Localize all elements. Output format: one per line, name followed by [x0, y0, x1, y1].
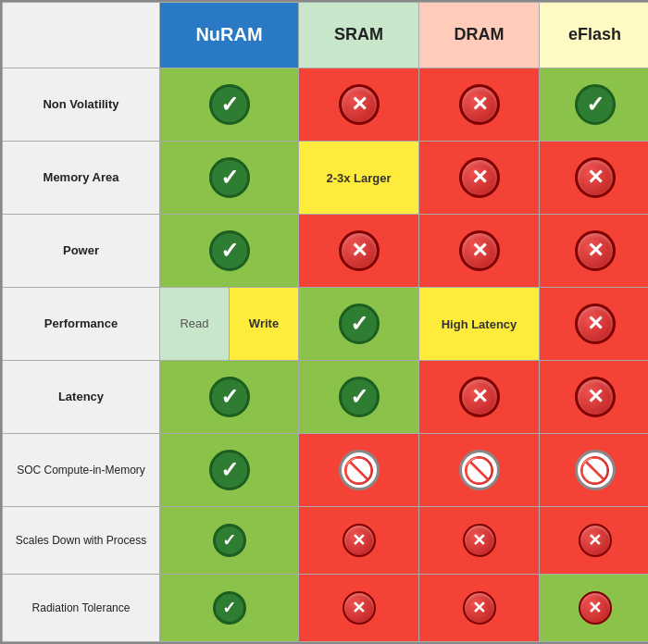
- eflash-scales: ✕: [540, 507, 649, 575]
- x-icon: ✕: [459, 230, 500, 271]
- eflash-memory-area: ✕: [540, 141, 649, 214]
- row-memory-area: Memory Area ✓ 2-3x Larger ✕ ✕: [3, 141, 649, 214]
- eflash-soc: 🚫: [540, 434, 649, 507]
- label-latency: Latency: [3, 360, 160, 433]
- comparison-table: NuRAM SRAM DRAM eFlash Non Volatility ✓ …: [0, 0, 648, 644]
- sram-non-volatility: ✕: [299, 68, 419, 141]
- x-icon: ✕: [575, 303, 616, 344]
- x-icon: ✕: [579, 591, 612, 625]
- nuram-soc: ✓: [160, 434, 299, 507]
- eflash-non-volatility: ✓: [540, 68, 649, 141]
- x-icon: ✕: [459, 84, 500, 125]
- x-icon: ✕: [339, 230, 380, 271]
- no-icon: 🚫: [339, 450, 380, 490]
- x-icon: ✕: [579, 524, 612, 557]
- row-radiation: Radiation Tolerance ✓ ✕ ✕ ✕: [3, 574, 649, 641]
- header-label: [3, 3, 160, 68]
- label-memory-area: Memory Area: [3, 141, 160, 214]
- x-icon: ✕: [343, 591, 376, 625]
- check-icon: ✓: [209, 377, 250, 417]
- dram-non-volatility: ✕: [419, 68, 540, 141]
- check-icon: ✓: [339, 303, 380, 344]
- sram-performance: ✓: [299, 287, 419, 360]
- x-icon: ✕: [459, 157, 500, 198]
- sram-power: ✕: [299, 214, 419, 287]
- dram-memory-area: ✕: [419, 141, 540, 214]
- check-icon: ✓: [209, 157, 250, 198]
- row-performance: Performance Read Write ✓ High Latency ✕: [3, 287, 649, 360]
- header-eflash: eFlash: [540, 3, 649, 68]
- memory-area-sram-text: 2-3x Larger: [326, 171, 391, 185]
- x-icon: ✕: [459, 377, 500, 417]
- eflash-radiation: ✕: [540, 574, 649, 641]
- nuram-latency: ✓: [160, 360, 299, 433]
- header-nuram: NuRAM: [160, 3, 299, 68]
- sram-soc: 🚫: [299, 434, 419, 507]
- dram-performance: High Latency: [419, 287, 540, 360]
- nuram-memory-area: ✓: [160, 141, 299, 214]
- check-icon: ✓: [575, 84, 616, 125]
- x-icon: ✕: [343, 524, 376, 557]
- dram-power: ✕: [419, 214, 540, 287]
- nuram-radiation: ✓: [160, 574, 299, 641]
- label-performance: Performance: [3, 287, 160, 360]
- sram-latency: ✓: [299, 360, 419, 433]
- nuram-scales: ✓: [160, 507, 299, 575]
- no-icon: 🚫: [575, 450, 616, 490]
- label-soc-compute: SOC Compute-in-Memory: [3, 434, 160, 507]
- dram-soc: 🚫: [419, 434, 540, 507]
- nuram-power: ✓: [160, 214, 299, 287]
- check-icon: ✓: [209, 84, 250, 125]
- x-icon: ✕: [575, 377, 616, 417]
- eflash-latency: ✕: [540, 360, 649, 433]
- no-icon: 🚫: [459, 450, 500, 490]
- row-scales-down: Scales Down with Process ✓ ✕ ✕ ✕: [3, 507, 649, 575]
- sram-scales: ✕: [299, 507, 419, 575]
- high-latency-text: High Latency: [442, 317, 517, 331]
- check-icon: ✓: [209, 230, 250, 271]
- check-icon: ✓: [339, 377, 380, 417]
- dram-latency: ✕: [419, 360, 540, 433]
- sram-radiation: ✕: [299, 574, 419, 641]
- check-icon: ✓: [213, 524, 246, 557]
- label-radiation: Radiation Tolerance: [3, 574, 160, 641]
- header-sram: SRAM: [299, 3, 419, 68]
- row-soc-compute: SOC Compute-in-Memory ✓ 🚫 🚫 🚫: [3, 434, 649, 507]
- eflash-performance: ✕: [540, 287, 649, 360]
- x-icon: ✕: [575, 157, 616, 198]
- nuram-non-volatility: ✓: [160, 68, 299, 141]
- header-row: NuRAM SRAM DRAM eFlash: [3, 3, 649, 68]
- x-icon: ✕: [575, 230, 616, 271]
- row-power: Power ✓ ✕ ✕ ✕: [3, 214, 649, 287]
- x-icon: ✕: [463, 524, 496, 557]
- x-icon: ✕: [339, 84, 380, 125]
- row-latency: Latency ✓ ✓ ✕ ✕: [3, 360, 649, 433]
- nuram-write-label: Write: [230, 288, 298, 360]
- nuram-read-label: Read: [160, 288, 230, 360]
- sram-memory-area: 2-3x Larger: [299, 141, 419, 214]
- label-scales-down: Scales Down with Process: [3, 507, 160, 575]
- check-icon: ✓: [209, 450, 250, 490]
- check-icon: ✓: [213, 591, 246, 625]
- nuram-performance: Read Write: [160, 287, 299, 360]
- x-icon: ✕: [463, 591, 496, 625]
- dram-radiation: ✕: [419, 574, 540, 641]
- label-non-volatility: Non Volatility: [3, 68, 160, 141]
- dram-scales: ✕: [419, 507, 540, 575]
- label-power: Power: [3, 214, 160, 287]
- eflash-power: ✕: [540, 214, 649, 287]
- header-dram: DRAM: [419, 3, 540, 68]
- row-non-volatility: Non Volatility ✓ ✕ ✕ ✓: [3, 68, 649, 141]
